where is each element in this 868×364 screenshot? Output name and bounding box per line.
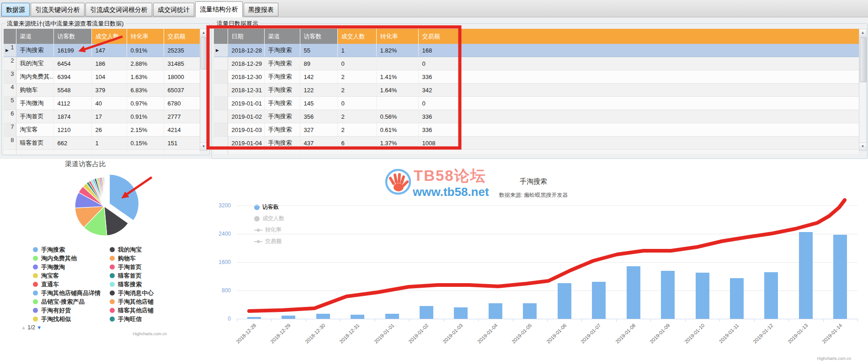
cell[interactable]: 327 (300, 123, 337, 137)
pie-highcharts-credit[interactable]: Highcharts.com.cn (117, 332, 167, 336)
cell[interactable]: 手淘搜索 (264, 57, 300, 70)
chart-legend-item-转化率[interactable]: 转化率 (254, 226, 284, 234)
cell[interactable] (376, 97, 418, 110)
cell[interactable]: 145 (300, 97, 337, 110)
table-row[interactable]: ▶2018-12-29手淘搜索8900 (214, 57, 859, 70)
chart-legend-item-交易额[interactable]: 交易额 (254, 237, 284, 246)
bar-2019-01-10[interactable] (696, 273, 709, 319)
row-marker-cell[interactable]: ▶ (214, 57, 228, 70)
cell[interactable]: 0 (418, 57, 458, 70)
cell[interactable]: 0.56% (376, 110, 418, 123)
cell[interactable]: 2777 (164, 110, 200, 123)
cell[interactable]: 2.15% (127, 123, 164, 137)
cell[interactable]: 猫客首页 (16, 137, 53, 150)
tab-黑搜报表[interactable]: 黑搜报表 (244, 3, 278, 16)
scrollbar-thumb[interactable] (860, 37, 867, 82)
cell[interactable]: 手淘搜索 (264, 84, 300, 97)
cell[interactable]: 437 (300, 137, 337, 150)
bar-2018-12-30[interactable] (316, 314, 330, 319)
cell[interactable]: 2018-12-31 (228, 84, 264, 97)
bar-2019-01-01[interactable] (385, 314, 399, 319)
column-header-交易额[interactable]: 交易额 (164, 29, 200, 44)
window-scrollbar[interactable]: ▲ ▼ (859, 29, 867, 151)
legend-page-next-icon[interactable]: ▼ (37, 325, 42, 330)
cell[interactable]: 26 (91, 123, 127, 137)
cell[interactable]: 4214 (164, 123, 200, 137)
row-marker-cell[interactable]: ▶ (214, 137, 228, 150)
cell[interactable]: 336 (418, 110, 458, 123)
pie-legend-item-手淘其他店铺[interactable]: 手淘其他店铺 (110, 297, 170, 306)
cell[interactable]: 6 (337, 137, 376, 150)
pie-legend-item-我的淘宝[interactable]: 我的淘宝 (110, 245, 170, 254)
bar-2019-01-12[interactable] (764, 272, 778, 319)
pie-legend-item-手淘其他店铺商品详情[interactable]: 手淘其他店铺商品详情 (33, 289, 110, 297)
cell[interactable]: 2018-12-28 (228, 44, 264, 57)
cell[interactable]: 147 (91, 44, 127, 57)
pie-legend-item-手淘搜索[interactable]: 手淘搜索 (33, 245, 110, 254)
cell[interactable]: 0.15% (127, 137, 164, 150)
column-header-访客数[interactable]: 访客数 (300, 29, 337, 44)
bar-2019-01-07[interactable] (592, 282, 606, 319)
pie-legend-item-品销宝-搜索产品[interactable]: 品销宝-搜索产品 (33, 297, 110, 306)
cell[interactable]: 356 (300, 110, 337, 123)
cell[interactable]: 65037 (164, 84, 200, 97)
row-marker-cell[interactable]: ▶ (214, 97, 228, 110)
row-marker-cell[interactable]: ▶3 (4, 70, 16, 84)
scrollbar-thumb[interactable] (201, 37, 208, 69)
bar-2019-01-02[interactable] (420, 306, 433, 319)
cell[interactable]: 手淘首页 (16, 110, 53, 123)
cell[interactable]: 2 (337, 84, 376, 97)
column-header-成交人数[interactable]: 成交人数 (337, 29, 376, 44)
scroll-down-icon[interactable]: ▼ (859, 142, 866, 150)
bar-2019-01-04[interactable] (489, 303, 502, 319)
cell[interactable]: 手淘搜索 (264, 70, 300, 84)
table-row[interactable]: ▶7淘宝客1210262.15%4214 (4, 123, 200, 137)
bar-2018-12-31[interactable] (351, 315, 364, 319)
cell[interactable]: 25235 (164, 44, 200, 57)
cell[interactable]: 6454 (53, 57, 91, 70)
left-table-scrollbar[interactable]: ▲ ▼ (200, 29, 208, 151)
bar-2019-01-09[interactable] (661, 271, 675, 319)
cell[interactable]: 6394 (53, 70, 91, 84)
cell[interactable]: 336 (418, 70, 458, 84)
column-header-渠道[interactable]: 渠道 (16, 29, 53, 44)
pie-legend-item-猫客搜索[interactable]: 猫客搜索 (110, 280, 170, 289)
chart-legend-item-成交人数[interactable]: 成交人数 (254, 214, 284, 223)
pie-legend-item-手淘微淘[interactable]: 手淘微淘 (33, 263, 110, 271)
column-header-转化率[interactable]: 转化率 (127, 29, 164, 44)
table-row[interactable]: ▶2018-12-30手淘搜索14221.41%336 (214, 70, 859, 84)
cell[interactable]: 104 (91, 70, 127, 84)
row-marker-cell[interactable]: ▶2 (4, 57, 16, 70)
cell[interactable]: 0 (337, 57, 376, 70)
cell[interactable]: 2 (337, 123, 376, 137)
cell[interactable]: 122 (300, 84, 337, 97)
cell[interactable]: 342 (418, 84, 458, 97)
cell[interactable]: 手淘搜索 (264, 44, 300, 57)
row-marker-cell[interactable]: ▶ (214, 70, 228, 84)
cell[interactable]: 379 (91, 84, 127, 97)
table-row[interactable]: ▶2019-01-02手淘搜索35620.56%336 (214, 110, 859, 123)
row-marker-cell[interactable]: ▶ (214, 110, 228, 123)
scroll-down-icon[interactable]: ▼ (200, 142, 207, 150)
cell[interactable]: 40 (91, 97, 127, 110)
cell[interactable]: 手淘微淘 (16, 97, 53, 110)
row-marker-cell[interactable]: ▶ (214, 44, 228, 57)
cell[interactable]: 2019-01-02 (228, 110, 264, 123)
cell[interactable]: 151 (164, 137, 200, 150)
bar-2019-01-05[interactable] (523, 303, 537, 319)
cell[interactable]: 55 (300, 44, 337, 57)
column-header-日期[interactable]: 日期 (228, 29, 264, 44)
row-marker-cell[interactable]: ▶5 (4, 97, 16, 110)
pie-legend-item-猫客首页[interactable]: 猫客首页 (110, 271, 170, 280)
column-header-成交人数[interactable]: 成交人数 (91, 29, 127, 44)
pie-legend-item-手淘消息中心[interactable]: 手淘消息中心 (110, 289, 170, 297)
tab-流量结构分析[interactable]: 流量结构分析 (195, 1, 243, 17)
cell[interactable]: 6780 (164, 97, 200, 110)
bar-2018-12-28[interactable] (247, 317, 261, 319)
pie-legend-item-手淘首页[interactable]: 手淘首页 (110, 263, 170, 271)
bar-2019-01-03[interactable] (454, 307, 468, 319)
row-marker-cell[interactable]: ▶7 (4, 123, 16, 137)
table-row[interactable]: ▶3淘内免费其...63941041.63%18000 (4, 70, 200, 84)
cell[interactable]: 1008 (418, 137, 458, 150)
bar-2019-01-08[interactable] (627, 266, 640, 319)
